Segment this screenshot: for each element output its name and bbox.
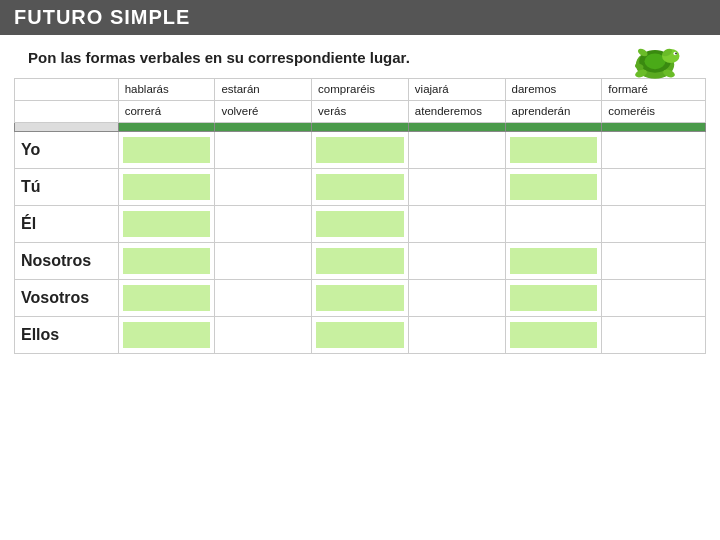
verb-table: hablarás estarán compraréis viajará dare… (14, 78, 706, 354)
vosotros-input-4-cell (408, 279, 505, 316)
tu-label: Tú (21, 178, 41, 195)
vosotros-input-2-cell (215, 279, 312, 316)
vosotros-subject: Vosotros (15, 279, 119, 316)
nosotros-input-3-cell (312, 242, 409, 279)
tu-subject: Tú (15, 168, 119, 205)
yo-label: Yo (21, 141, 40, 158)
main-table-container: hablarás estarán compraréis viajará dare… (14, 78, 706, 354)
vosotros-input-1[interactable] (123, 285, 211, 311)
word-2-4: atenderemos (408, 100, 505, 122)
vosotros-input-6-cell (602, 279, 706, 316)
word-row-1: hablarás estarán compraréis viajará dare… (15, 79, 706, 101)
ellos-label: Ellos (21, 326, 59, 343)
word-1-5: daremos (505, 79, 602, 101)
nosotros-input-5[interactable] (510, 248, 598, 274)
header: FUTURO SIMPLE (0, 0, 720, 35)
empty-cell-2 (15, 100, 119, 122)
word-row-2: correrá volveré verás atenderemos aprend… (15, 100, 706, 122)
nosotros-row: Nosotros (15, 242, 706, 279)
el-input-1[interactable] (123, 211, 211, 237)
tu-row: Tú (15, 168, 706, 205)
vosotros-input-5[interactable] (510, 285, 598, 311)
word-2-1: correrá (118, 100, 215, 122)
page-title: FUTURO SIMPLE (14, 6, 190, 29)
tu-input-6-cell (602, 168, 706, 205)
nosotros-input-5-cell (505, 242, 602, 279)
ellos-subject: Ellos (15, 316, 119, 353)
el-input-2-cell (215, 205, 312, 242)
word-1-1: hablarás (118, 79, 215, 101)
word-1-3: compraréis (312, 79, 409, 101)
ellos-row: Ellos (15, 316, 706, 353)
tu-input-3-cell (312, 168, 409, 205)
yo-input-4-cell (408, 131, 505, 168)
highlight-4 (408, 122, 505, 131)
tu-input-5[interactable] (510, 174, 598, 200)
ellos-input-3-cell (312, 316, 409, 353)
vosotros-label: Vosotros (21, 289, 89, 306)
nosotros-input-4-cell (408, 242, 505, 279)
yo-input-5-cell (505, 131, 602, 168)
tu-input-2-cell (215, 168, 312, 205)
ellos-input-1-cell (118, 316, 215, 353)
tu-input-3[interactable] (316, 174, 404, 200)
nosotros-subject: Nosotros (15, 242, 119, 279)
word-2-6: comeréis (602, 100, 706, 122)
nosotros-input-1-cell (118, 242, 215, 279)
tu-input-4-cell (408, 168, 505, 205)
highlight-1 (118, 122, 215, 131)
ellos-input-3[interactable] (316, 322, 404, 348)
word-2-3: verás (312, 100, 409, 122)
turtle-mascot (620, 28, 690, 88)
highlight-subject (15, 122, 119, 131)
highlight-2 (215, 122, 312, 131)
nosotros-input-3[interactable] (316, 248, 404, 274)
subtitle: Pon las formas verbales en su correspond… (28, 45, 692, 70)
nosotros-input-1[interactable] (123, 248, 211, 274)
highlight-row (15, 122, 706, 131)
empty-cell-1 (15, 79, 119, 101)
el-input-3[interactable] (316, 211, 404, 237)
vosotros-input-3[interactable] (316, 285, 404, 311)
tu-input-5-cell (505, 168, 602, 205)
el-subject: Él (15, 205, 119, 242)
el-input-1-cell (118, 205, 215, 242)
vosotros-input-3-cell (312, 279, 409, 316)
vosotros-row: Vosotros (15, 279, 706, 316)
yo-input-1[interactable] (123, 137, 211, 163)
yo-input-6-cell (602, 131, 706, 168)
tu-input-1[interactable] (123, 174, 211, 200)
word-2-2: volveré (215, 100, 312, 122)
word-1-2: estarán (215, 79, 312, 101)
nosotros-input-6-cell (602, 242, 706, 279)
highlight-6 (602, 122, 706, 131)
yo-input-1-cell (118, 131, 215, 168)
yo-input-2-cell (215, 131, 312, 168)
el-input-4-cell (408, 205, 505, 242)
el-input-5-cell (505, 205, 602, 242)
content-area: Pon las formas verbales en su correspond… (14, 35, 706, 70)
svg-point-5 (675, 53, 677, 55)
el-input-6-cell (602, 205, 706, 242)
nosotros-input-2-cell (215, 242, 312, 279)
nosotros-label: Nosotros (21, 252, 91, 269)
yo-input-5[interactable] (510, 137, 598, 163)
el-input-3-cell (312, 205, 409, 242)
vosotros-input-5-cell (505, 279, 602, 316)
yo-subject: Yo (15, 131, 119, 168)
yo-input-3-cell (312, 131, 409, 168)
ellos-input-4-cell (408, 316, 505, 353)
yo-row: Yo (15, 131, 706, 168)
ellos-input-5[interactable] (510, 322, 598, 348)
highlight-5 (505, 122, 602, 131)
ellos-input-1[interactable] (123, 322, 211, 348)
el-label: Él (21, 215, 36, 232)
vosotros-input-1-cell (118, 279, 215, 316)
word-2-5: aprenderán (505, 100, 602, 122)
ellos-input-6-cell (602, 316, 706, 353)
tu-input-1-cell (118, 168, 215, 205)
yo-input-3[interactable] (316, 137, 404, 163)
el-row: Él (15, 205, 706, 242)
word-1-4: viajará (408, 79, 505, 101)
ellos-input-2-cell (215, 316, 312, 353)
